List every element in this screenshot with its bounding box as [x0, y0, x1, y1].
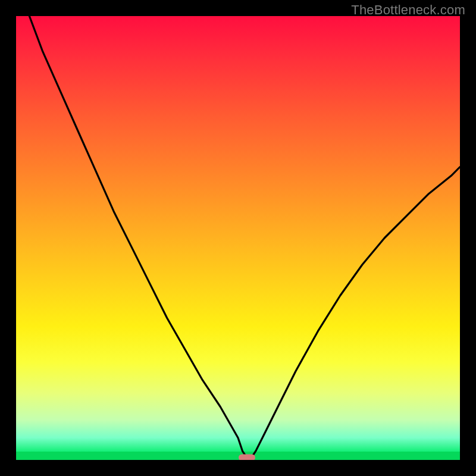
bottleneck-curve — [16, 16, 460, 460]
chart-frame: { "watermark": "TheBottleneck.com", "cha… — [0, 0, 476, 476]
watermark-text: TheBottleneck.com — [351, 2, 465, 18]
optimal-marker — [239, 455, 255, 460]
plot-area — [16, 16, 460, 460]
